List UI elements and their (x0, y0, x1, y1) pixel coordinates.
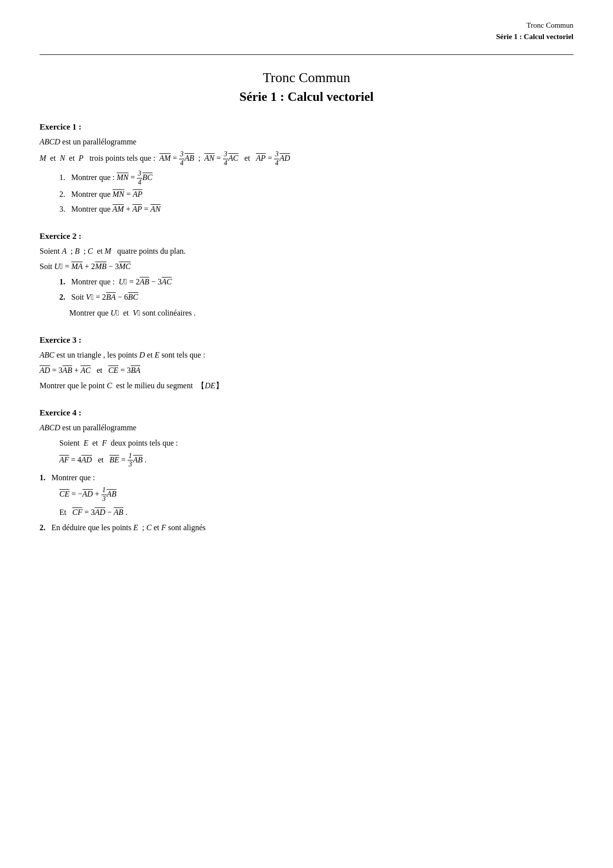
exercise-1-title: Exercice 1 : (40, 122, 573, 132)
exercise-2-body: Soient A ; B ; C et M quatre points du p… (40, 244, 573, 320)
exercise-2-title: Exercice 2 : (40, 231, 573, 241)
exercise-3-body: ABC est un triangle , les points D et E … (40, 348, 573, 393)
divider (40, 54, 573, 55)
exercise-3: Exercice 3 : ABC est un triangle , les p… (40, 335, 573, 393)
exercise-3-title: Exercice 3 : (40, 335, 573, 345)
header-line1: Tronc Commun (496, 20, 573, 31)
exercise-1-body: ABCD est un parallélogramme M et N et P … (40, 135, 573, 216)
main-subtitle: Série 1 : Calcul vectoriel (40, 90, 573, 104)
exercise-1: Exercice 1 : ABCD est un parallélogramme… (40, 122, 573, 216)
exercise-4: Exercice 4 : ABCD est un parallélogramme… (40, 408, 573, 534)
exercise-4-title: Exercice 4 : (40, 408, 573, 418)
exercise-2: Exercice 2 : Soient A ; B ; C et M quatr… (40, 231, 573, 320)
header-topright: Tronc Commun Série 1 : Calcul vectoriel (496, 20, 573, 42)
header-line2: Série 1 : Calcul vectoriel (496, 31, 573, 43)
exercise-4-body: ABCD est un parallélogramme Soient E et … (40, 421, 573, 534)
main-title: Tronc Commun (40, 70, 573, 86)
